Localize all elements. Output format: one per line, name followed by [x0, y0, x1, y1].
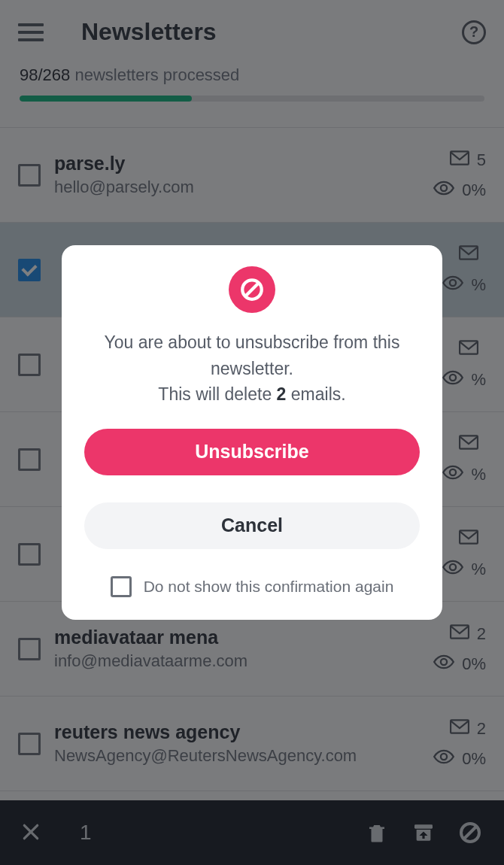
dont-show-label: Do not show this confirmation again — [144, 578, 394, 596]
dont-show-row: Do not show this confirmation again — [84, 572, 420, 597]
unsubscribe-button[interactable]: Unsubscribe — [84, 429, 420, 475]
dont-show-checkbox[interactable] — [111, 576, 132, 597]
svg-line-20 — [246, 284, 259, 296]
unsubscribe-dialog: You are about to unsubscribe from this n… — [62, 245, 442, 620]
dialog-message: You are about to unsubscribe from this n… — [84, 329, 420, 429]
dialog-scrim[interactable]: You are about to unsubscribe from this n… — [0, 0, 504, 865]
block-icon — [229, 266, 275, 313]
cancel-button[interactable]: Cancel — [84, 502, 420, 549]
